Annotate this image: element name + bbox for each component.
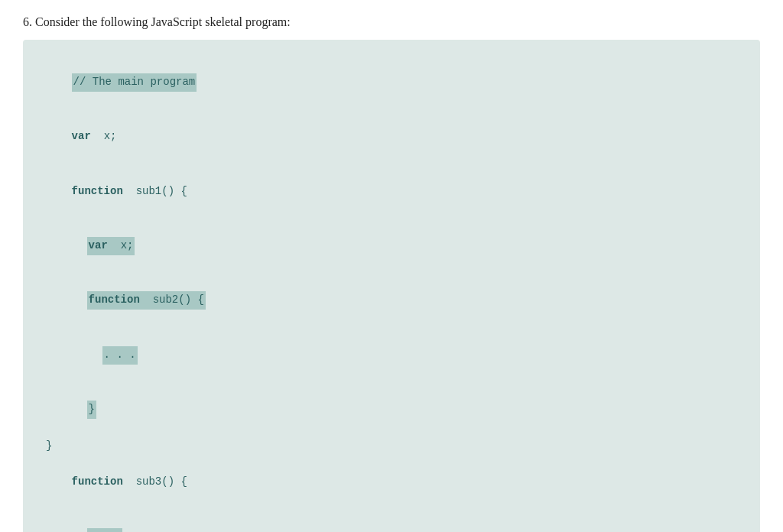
dots2-highlight: . . . [87,528,122,532]
keyword-var-sub1: var [89,239,108,251]
keyword-var: var [72,130,91,142]
code-line-dots-2: . . . [46,510,737,532]
code-line-sub3: function sub3() { [46,456,737,510]
code-line-sub1-var: var x; [46,219,737,273]
question-label: 6. Consider the following JavaScript ske… [23,15,760,29]
code-line-close-sub1: } [46,437,737,456]
code-block-1: // The main program var x; function sub1… [23,40,760,532]
code-line-var-x: var x; [46,109,737,164]
sub1-var-highlight: var x; [87,237,135,255]
code-line-comment: // The main program [46,55,737,109]
dots1-highlight: . . . [102,346,138,365]
keyword-function-3: function [72,475,123,488]
close-sub2-highlight: } [87,401,96,419]
code-line-sub2: function sub2() { [46,274,737,328]
keyword-function-1: function [72,185,123,197]
keyword-function-2: function [89,294,140,306]
code-line-close-sub2: } [46,382,737,436]
code-line-dots-1: . . . [46,328,737,382]
sub2-highlight: function sub2() { [87,291,206,310]
comment-highlight: // The main program [72,73,197,92]
code-line-sub1: function sub1() { [46,164,737,219]
